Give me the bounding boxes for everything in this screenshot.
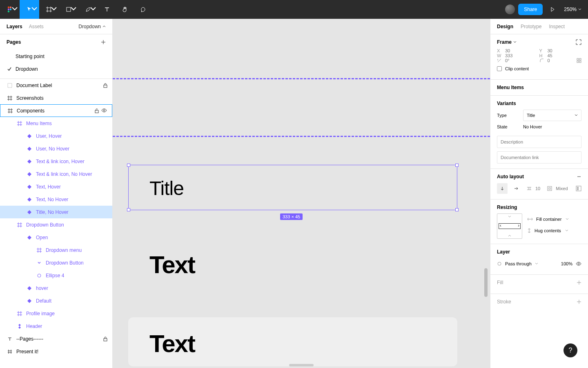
pen-tool-button[interactable]: [78, 0, 98, 19]
layer-row-title-no-hover[interactable]: Title, No Hover: [0, 206, 112, 218]
visibility-icon[interactable]: [101, 108, 107, 113]
circle-icon: [36, 274, 42, 278]
shape-tool-button[interactable]: [59, 0, 78, 19]
layer-row-text-hover[interactable]: Text, Hover: [0, 180, 112, 193]
layer-row-ellipse-4[interactable]: Ellipse 4: [0, 269, 112, 282]
layer-row--pages-[interactable]: --Pages------: [0, 332, 112, 345]
svg-rect-16: [548, 186, 552, 191]
auto-layout-section: Auto layout 10 Mixed: [490, 169, 588, 200]
y-value[interactable]: 30: [548, 48, 552, 53]
resizing-header: Resizing: [497, 204, 517, 210]
page-item-starting-point[interactable]: Starting point: [0, 50, 112, 63]
diamond-icon: [26, 197, 33, 202]
page-dropdown[interactable]: Dropdown: [78, 24, 106, 29]
page-item-dropdown[interactable]: Dropdown: [0, 63, 112, 75]
present-button[interactable]: [546, 3, 559, 16]
left-panel-tabs: Layers Assets Dropdown: [0, 19, 112, 34]
layer-row-user-no-hover[interactable]: User, No Hover: [0, 142, 112, 155]
user-avatar[interactable]: [505, 4, 515, 14]
variant-description-input[interactable]: [497, 136, 581, 148]
vertical-scrollbar[interactable]: [484, 268, 488, 297]
hand-tool-button[interactable]: [116, 0, 134, 19]
layer-row-open[interactable]: Open: [0, 231, 112, 244]
layer-row-text-no-hover[interactable]: Text, No Hover: [0, 193, 112, 206]
chevron-down-icon: [31, 6, 38, 12]
text-tool-button[interactable]: [98, 0, 116, 19]
x-value[interactable]: 30: [505, 48, 510, 53]
variant-state-value[interactable]: No Hover: [523, 124, 542, 129]
layer-row-dropdown-button[interactable]: Dropdown Button: [0, 218, 112, 231]
direction-horizontal-button[interactable]: [511, 183, 521, 194]
resize-to-fit-icon[interactable]: [576, 39, 581, 45]
layer-row-text-link-icon-no-hover[interactable]: Text & link icon, No Hover: [0, 168, 112, 180]
layer-row-user-hover[interactable]: User, Hover: [0, 130, 112, 142]
tab-inspect[interactable]: Inspect: [549, 24, 565, 29]
layer-label: Title, No Hover: [36, 209, 107, 215]
variant-doclink-input[interactable]: [497, 151, 581, 164]
opacity-value[interactable]: 100%: [561, 261, 572, 266]
h-value[interactable]: 45: [548, 53, 552, 58]
resize-handle-bl[interactable]: [127, 208, 130, 211]
resize-handle-br[interactable]: [455, 208, 459, 211]
variant-type-select[interactable]: Title: [523, 110, 581, 121]
gap-value[interactable]: 10: [535, 186, 540, 191]
layer-row-screenshots[interactable]: Screenshots: [0, 92, 112, 104]
visibility-icon[interactable]: [576, 262, 581, 266]
padding-value[interactable]: Mixed: [556, 186, 568, 191]
w-value[interactable]: 333: [505, 53, 512, 58]
move-tool-button[interactable]: [20, 0, 39, 19]
y-label: Y: [539, 48, 544, 53]
layer-label: --Pages------: [16, 336, 103, 342]
alignment-button[interactable]: [576, 186, 581, 191]
tab-layers[interactable]: Layers: [7, 24, 22, 29]
frame-icon: [7, 96, 13, 101]
layer-row-dropdown-button[interactable]: Dropdown Button: [0, 256, 112, 269]
layer-row-text-link-icon-hover[interactable]: Text & link icon, Hover: [0, 155, 112, 168]
layer-label: Header: [26, 323, 107, 329]
layer-row-hover[interactable]: hover: [0, 282, 112, 294]
zoom-value: 250%: [564, 7, 577, 12]
canvas[interactable]: Title 333 × 45 Text Text: [113, 19, 490, 368]
add-page-button[interactable]: [101, 40, 106, 45]
layer-row-present-it-[interactable]: Present it!: [0, 345, 112, 358]
layer-row-document-label[interactable]: Document Label: [0, 79, 112, 92]
resize-handle-tl[interactable]: [127, 164, 130, 167]
blend-mode-value[interactable]: Pass through: [505, 261, 532, 266]
tab-design[interactable]: Design: [497, 24, 513, 29]
vertical-resize-value[interactable]: Hug contents: [535, 228, 561, 233]
layer-row-dropdown-menu[interactable]: Dropdown menu: [0, 244, 112, 256]
share-button[interactable]: Share: [518, 4, 543, 15]
toolbar: Share 250%: [0, 0, 588, 19]
add-fill-button[interactable]: [577, 280, 581, 285]
frame-icon: [16, 121, 23, 126]
pages-list: Starting point Dropdown: [0, 50, 112, 79]
layer-row-header[interactable]: Header: [0, 320, 112, 332]
clip-content-checkbox[interactable]: [497, 66, 502, 71]
zoom-dropdown[interactable]: 250%: [562, 7, 583, 12]
layer-row-components[interactable]: Components: [0, 104, 112, 117]
remove-autolayout-button[interactable]: [577, 174, 581, 179]
svg-rect-15: [579, 61, 581, 63]
diamond-icon: [26, 210, 33, 214]
resize-handle-tr[interactable]: [455, 164, 459, 167]
comment-tool-button[interactable]: [134, 0, 152, 19]
figma-menu-button[interactable]: [0, 0, 20, 19]
layer-row-menu-items[interactable]: Menu Items: [0, 117, 112, 130]
horizontal-scrollbar[interactable]: [289, 364, 314, 366]
independent-corners-icon[interactable]: [577, 58, 581, 63]
corner-value[interactable]: 0: [548, 58, 550, 63]
layer-row-default[interactable]: Default: [0, 294, 112, 307]
add-stroke-button[interactable]: [577, 299, 581, 304]
direction-vertical-button[interactable]: [497, 183, 508, 194]
frame-dropdown[interactable]: Frame: [497, 39, 517, 45]
unlock-icon[interactable]: [95, 108, 99, 113]
help-button[interactable]: ?: [564, 343, 577, 357]
frame-tool-button[interactable]: [39, 0, 59, 19]
resizing-diagram[interactable]: [497, 213, 522, 239]
layer-row-profile-image[interactable]: Profile image: [0, 307, 112, 320]
rotation-value[interactable]: 0°: [505, 58, 510, 63]
tab-assets[interactable]: Assets: [29, 24, 44, 29]
tab-prototype[interactable]: Prototype: [521, 24, 541, 29]
canvas-title-text: Title: [149, 177, 184, 200]
horizontal-resize-value[interactable]: Fill container: [536, 217, 561, 222]
